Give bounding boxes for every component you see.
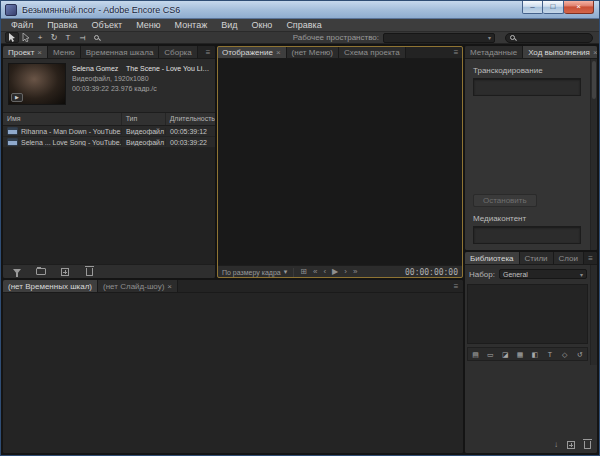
chevron-down-icon: ▾ [580, 271, 583, 278]
tab-layers[interactable]: Слои [554, 252, 584, 264]
table-row[interactable]: Rihanna - Man Down - YouTube.MP4 Видеофа… [3, 126, 215, 137]
filter-text-icon[interactable]: T [544, 349, 556, 360]
tab-metadata[interactable]: Метаданные [465, 46, 523, 58]
menu-item-edit[interactable]: Правка [40, 19, 84, 32]
menu-item-help[interactable]: Справка [279, 19, 328, 32]
filter-layer-sets-icon[interactable]: ◧ [529, 349, 541, 360]
tab-no-menu[interactable]: (нет Меню) [287, 46, 339, 58]
direct-selection-tool-icon[interactable] [19, 32, 33, 43]
selection-tool-icon[interactable] [5, 32, 19, 43]
tab-no-slideshows[interactable]: (нет Слайд-шоу) × [98, 280, 178, 292]
stop-button[interactable]: Остановить [473, 194, 537, 207]
transcoding-progress-well [473, 78, 581, 96]
close-button[interactable]: × [564, 1, 594, 14]
zoom-tool-icon[interactable] [89, 32, 103, 43]
panel-menu-icon[interactable]: ≡ [449, 46, 463, 58]
asset-name-cell: Rihanna - Man Down - YouTube.MP4 [3, 127, 121, 135]
tab-close-icon[interactable]: × [593, 48, 597, 57]
step-forward-button[interactable]: › [344, 268, 347, 276]
column-header-name[interactable]: Имя [3, 113, 121, 125]
scrollbar-thumb[interactable] [592, 61, 596, 99]
menu-item-window[interactable]: Окно [244, 19, 279, 32]
new-item-button[interactable] [567, 441, 575, 449]
menu-bar: Файл Правка Объект Меню Монтаж Вид Окно … [1, 19, 599, 32]
new-item-icon [61, 268, 69, 276]
tab-build-label: Сборка [164, 48, 191, 57]
safe-area-button[interactable]: ⊞ [300, 268, 307, 276]
zoom-level-select[interactable]: По размеру кадра ▾ [222, 268, 287, 276]
tab-build[interactable]: Сборка [159, 46, 197, 58]
rotate-tool-icon[interactable]: ↻ [47, 32, 61, 43]
minimize-button[interactable]: – [522, 1, 543, 14]
menu-item-object[interactable]: Объект [85, 19, 130, 32]
table-header: Имя Тип Длительность [3, 113, 215, 126]
tab-close-icon[interactable]: × [37, 48, 42, 57]
step-back-button[interactable]: ‹ [323, 268, 326, 276]
tab-close-icon[interactable]: × [276, 48, 281, 57]
filter-buttons-icon[interactable]: ▭ [484, 349, 496, 360]
place-button[interactable]: ↓ [554, 440, 558, 449]
column-header-duration[interactable]: Длительность [165, 113, 215, 125]
panel-menu-icon[interactable]: ≡ [584, 252, 597, 264]
scrollbar[interactable] [590, 59, 597, 250]
tab-progress[interactable]: Ход выполнения × [523, 46, 597, 58]
play-button[interactable]: ▶ [11, 93, 23, 102]
zoom-lens [94, 35, 99, 40]
filter-shapes-icon[interactable]: ◇ [559, 349, 571, 360]
transcoding-label: Транскодирование [473, 66, 543, 75]
trash-icon [86, 268, 93, 276]
panel-menu-icon[interactable]: ≡ [449, 280, 463, 292]
next-chapter-button[interactable]: » [353, 268, 357, 276]
video-file-icon [7, 127, 18, 135]
app-icon [5, 4, 17, 16]
filter-backgrounds-icon[interactable]: ▦ [514, 349, 526, 360]
tab-project[interactable]: Проект × [3, 46, 48, 58]
divider [293, 268, 294, 277]
chevron-down-icon: ▾ [488, 34, 491, 41]
tab-no-timelines[interactable]: (нет Временных шкал) [3, 280, 98, 292]
table-row[interactable]: Selena ... Love Song - YouTube.MP4 Видео… [3, 137, 215, 148]
tab-close-icon[interactable]: × [167, 282, 172, 291]
text-tool-icon[interactable]: T [61, 32, 75, 43]
vertical-text-tool-icon[interactable]: T [75, 32, 89, 43]
progress-panel: Метаданные Ход выполнения × ≡ Транскодир… [465, 46, 597, 250]
tab-flowchart[interactable]: Схема проекта [339, 46, 406, 58]
search-input[interactable] [518, 34, 588, 41]
media-content-label: Медиаконтент [473, 214, 526, 223]
zoom-level-value: По размеру кадра [222, 269, 281, 276]
play-button[interactable]: ▶ [332, 268, 338, 276]
delete-button[interactable] [584, 441, 591, 449]
workspace-select[interactable]: ▾ [383, 33, 495, 43]
tab-monitor[interactable]: Отображение × [217, 46, 287, 58]
asset-name-cell: Selena ... Love Song - YouTube.MP4 [3, 138, 121, 146]
tab-menus[interactable]: Меню [48, 46, 81, 58]
maximize-button[interactable]: □ [543, 1, 564, 14]
scrollbar[interactable] [590, 265, 597, 365]
tab-library[interactable]: Библиотека [465, 252, 520, 264]
new-folder-button[interactable] [35, 266, 47, 278]
filter-images-icon[interactable]: ◪ [499, 349, 511, 360]
set-select[interactable]: General ▾ [499, 269, 587, 279]
delete-button[interactable] [83, 266, 95, 278]
chevron-down-icon: ▾ [284, 268, 288, 276]
monitor-viewport[interactable] [217, 59, 463, 265]
timeline-content[interactable] [3, 293, 463, 453]
filter-button[interactable] [11, 266, 23, 278]
tab-timelines[interactable]: Временная шкала [81, 46, 160, 58]
library-item-list[interactable] [467, 284, 588, 344]
search-box[interactable] [505, 33, 593, 43]
new-item-button[interactable] [59, 266, 71, 278]
move-tool-icon[interactable]: + [33, 32, 47, 43]
filter-replacement-icon[interactable]: ↺ [574, 349, 586, 360]
panel-menu-icon[interactable]: ≡ [201, 46, 215, 58]
prev-chapter-button[interactable]: « [313, 268, 317, 276]
menu-item-view[interactable]: Вид [214, 19, 244, 32]
menu-item-menu[interactable]: Меню [129, 19, 167, 32]
tab-styles[interactable]: Стили [520, 252, 554, 264]
column-header-type[interactable]: Тип [121, 113, 165, 125]
title-bar[interactable]: Безымянный.ncor - Adobe Encore CS6 – □ × [1, 1, 599, 19]
menu-item-timeline[interactable]: Монтаж [168, 19, 215, 32]
menu-item-file[interactable]: Файл [4, 19, 40, 32]
filter-menus-icon[interactable]: ▤ [469, 349, 481, 360]
preview-format: Видеофайл, 1920x1080 [72, 75, 210, 82]
